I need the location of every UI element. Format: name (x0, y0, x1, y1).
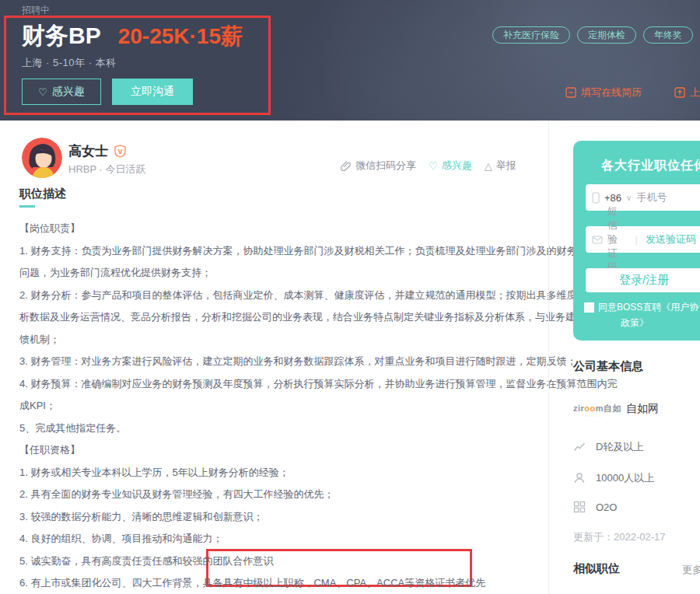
desc-line: 4. 良好的组织、协调、项目推动和沟通能力； (19, 528, 548, 550)
interest-link-label: 感兴趣 (442, 159, 472, 173)
desc-line: 5. 诚实勤奋，具有高度责任责任感和较强的团队合作意识 (19, 550, 548, 573)
company-logo: ziroom自如 ······ (573, 400, 614, 418)
interest-button-label: 感兴趣 (52, 85, 85, 99)
desc-line: 2. 财务分析：参与产品和项目的整体评估，包括商业定价、成本测算、健康度评估，并… (19, 285, 548, 307)
company-info-title: 公司基本信息 (573, 359, 643, 374)
recruiter-name: 高女士 (68, 142, 108, 160)
login-register-label: 登录/注册 (619, 273, 669, 288)
send-code-button[interactable]: 发送验证码 (646, 232, 696, 246)
company-funding: D轮及以上 (596, 440, 643, 454)
desc-line: 问题，为业务部门流程优化提供财务支持； (19, 262, 548, 285)
fill-online-resume-link[interactable]: 填写在线简历 (565, 86, 642, 100)
company-funding-row: D轮及以上 (573, 440, 643, 454)
person-icon (573, 472, 586, 484)
desc-line: 1. 财务或相关专业本科以上学历，5年以上财务分析的经验； (19, 462, 548, 484)
benefit-tag: 年终奖 (643, 26, 693, 44)
desc-line: 3. 较强的数据分析能力、清晰的思维逻辑和创新意识； (19, 506, 548, 529)
job-meta: 上海 · 5-10年 · 本科 (22, 56, 117, 70)
desc-line: 6. 有上市或集团化公司、四大工作背景，具备具有中级以上职称，CMA、CPA、A… (19, 572, 548, 594)
company-size-row: 10000人以上 (573, 471, 654, 485)
desc-line: 成KPI； (19, 395, 548, 418)
company-industry-row: O2O (573, 501, 617, 513)
desc-line: 【岗位职责】 (19, 218, 548, 240)
desc-line: 3. 财务管理：对业务方案进行风险评估，建立定期的业务和财务数据跟踪体系，对重点… (19, 351, 548, 373)
sms-placeholder: 短信验证码 (607, 204, 628, 274)
phone-icon (592, 192, 600, 204)
job-title: 财务BP (22, 23, 101, 48)
fill-online-resume-label: 填写在线简历 (581, 86, 642, 100)
login-register-button[interactable]: 登录/注册 (586, 268, 700, 292)
report-button[interactable]: △ 举报 (485, 159, 516, 173)
chat-now-button[interactable]: 立即沟通 (112, 79, 193, 105)
phone-prefix[interactable]: +86 (604, 192, 621, 204)
chat-now-label: 立即沟通 (131, 85, 174, 99)
sms-code-input[interactable]: 短信验证码 | 发送验证码 (586, 226, 700, 253)
grid-icon (573, 501, 586, 513)
job-description-body: 【岗位职责】 1. 财务支持：负责为业务部门提供财务解决方案，协助处理业务部门涉… (19, 218, 548, 594)
company-industry: O2O (596, 501, 617, 513)
warning-icon: △ (485, 160, 492, 172)
desc-line: 1. 财务支持：负责为业务部门提供财务解决方案，协助处理业务部门涉及财税相关工作… (19, 240, 548, 263)
company-name: 自如网 (626, 402, 659, 416)
verified-badge-icon: V (114, 145, 126, 158)
upload-icon (674, 87, 685, 98)
interest-button[interactable]: ♡ 感兴趣 (22, 79, 101, 105)
desc-line: 4. 财务预算：准确编制对应业务的财务预测及年度预算，分析执行预算实际分析，并协… (19, 373, 548, 396)
agreement-text-line2[interactable]: 政策》 (584, 316, 700, 330)
phone-input[interactable]: +86 ∨ 手机号 (586, 184, 700, 211)
recruiter-meta: HRBP · 今日活跃 (68, 162, 145, 176)
chevron-down-icon[interactable]: ∨ (626, 194, 632, 202)
company-link[interactable]: ziroom自如 ······ 自如网 (573, 400, 659, 418)
report-label: 举报 (496, 159, 516, 173)
form-icon (565, 87, 576, 98)
upload-resume-link[interactable]: 上传附件简历 (674, 86, 700, 100)
job-detail-page: 招聘中 财务BP20-25K·15薪 上海 · 5-10年 · 本科 ♡ 感兴趣… (0, 0, 700, 594)
recruiting-status: 招聘中 (22, 4, 50, 17)
recruiter-avatar[interactable] (22, 138, 62, 178)
company-size: 10000人以上 (596, 471, 654, 485)
section-underline (19, 205, 35, 208)
agreement-row: 同意BOSS直聘《用户协议》《个 政策》 (584, 301, 700, 330)
desc-line: 馈机制； (19, 329, 548, 351)
heart-icon: ♡ (38, 87, 47, 97)
more-link[interactable]: 更多 (682, 563, 700, 577)
input-separator: | (635, 234, 638, 246)
envelope-icon (592, 236, 603, 244)
phone-placeholder: 手机号 (636, 190, 667, 204)
salary: 20-25K·15薪 (118, 24, 243, 48)
benefit-tags: 补充医疗保险 定期体检 年终奖 股票期权 (492, 26, 700, 44)
column-divider (548, 121, 549, 594)
updated-date: 更新于：2022-02-17 (573, 530, 666, 544)
upload-resume-label: 上传附件简历 (690, 86, 700, 100)
agreement-text-line1[interactable]: 同意BOSS直聘《用户协议》《个 (598, 301, 700, 314)
paperclip-icon (341, 160, 352, 171)
interest-link[interactable]: ♡ 感兴趣 (429, 159, 472, 173)
similar-jobs-title: 相似职位 (573, 561, 620, 576)
desc-line: 【任职资格】 (19, 439, 548, 462)
heart-icon: ♡ (429, 161, 438, 171)
job-description-title: 职位描述 (19, 187, 66, 201)
benefit-tag: 补充医疗保险 (492, 26, 570, 44)
desc-line: 2. 具有全面的财务专业知识及财务管理经验，有四大工作经验的优先； (19, 484, 548, 506)
wechat-share-label: 微信扫码分享 (355, 159, 416, 173)
benefit-tag: 定期体检 (577, 26, 636, 44)
job-header: 招聘中 财务BP20-25K·15薪 上海 · 5-10年 · 本科 ♡ 感兴趣… (0, 0, 700, 121)
wechat-share-button[interactable]: 微信扫码分享 (341, 159, 416, 173)
agree-checkbox[interactable] (584, 302, 594, 313)
desc-line: 析数据及业务运营情况、竞品分析报告，分析和挖掘公司的业务表现，结合业务特点制定关… (19, 306, 548, 329)
signup-panel: 各大行业职位任你 +86 ∨ 手机号 短信验证码 | 发送验证码 登录/注册 同… (573, 141, 700, 341)
desc-line: 5、完成其他指定任务。 (19, 418, 548, 440)
signup-title: 各大行业职位任你 (601, 158, 700, 174)
chart-icon (573, 441, 586, 453)
svg-text:V: V (117, 148, 122, 155)
